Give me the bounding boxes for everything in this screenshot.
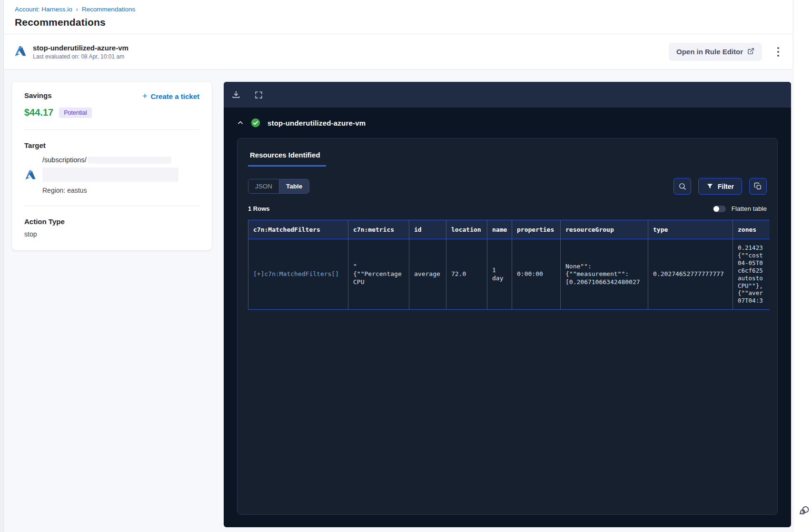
tab-resources-identified[interactable]: Resources Identified <box>248 151 326 167</box>
search-icon[interactable] <box>673 178 691 195</box>
filter-button[interactable]: Filter <box>698 178 742 195</box>
col-header-type: type <box>648 220 733 239</box>
redacted-text <box>42 167 178 182</box>
col-header-properties: properties <box>512 220 561 239</box>
table-header-row: c7n:MatchedFilters c7n:metrics id locati… <box>248 220 770 239</box>
panel-toolbar <box>224 82 791 108</box>
flatten-table-label: Flatten table <box>732 205 767 212</box>
create-ticket-label: Create a ticket <box>150 92 199 100</box>
potential-badge: Potential <box>59 108 92 118</box>
resources-card: Resources Identified JSON Table <box>237 138 778 515</box>
col-header-location: location <box>446 220 487 239</box>
external-link-icon <box>747 48 754 56</box>
disclosure-row: stop-underutilized-azure-vm <box>237 108 778 138</box>
page-header: Account: Harness.io › Recommendations Re… <box>4 0 792 34</box>
savings-label: Savings <box>24 91 52 99</box>
results-table-wrap[interactable]: c7n:MatchedFilters c7n:metrics id locati… <box>248 220 770 310</box>
cell-properties: 0:00:00 <box>512 239 561 310</box>
cell-matched-filters-expander[interactable]: [+]c7n:MatchedFilters[] <box>248 239 348 310</box>
body-area: Savings + Create a ticket $44.17 Potenti… <box>4 69 792 527</box>
cell-zones: 0.21423 {""cost 04-05T0 c6cf625 autosto … <box>733 239 770 310</box>
flatten-table-toggle[interactable] <box>713 206 726 212</box>
azure-logo-icon <box>24 168 37 183</box>
col-header-name: name <box>487 220 512 239</box>
chat-bubble-icon[interactable] <box>797 504 809 519</box>
target-path: /subscriptions/ <box>42 156 87 164</box>
last-evaluated-text: Last evaluated on: 08 Apr, 10:01 am <box>33 53 129 60</box>
filter-icon <box>706 183 713 190</box>
right-rail <box>793 0 812 532</box>
recommendation-name: stop-underutilized-azure-vm <box>33 44 129 52</box>
header-actions: Open in Rule Editor <box>669 43 782 61</box>
azure-logo-icon <box>14 44 27 59</box>
redacted-text <box>88 157 171 164</box>
target-block: /subscriptions/ Region: eastus <box>24 156 199 194</box>
filter-label: Filter <box>718 183 734 190</box>
cell-name: 1 day <box>487 239 512 310</box>
cell-id: average <box>409 239 446 310</box>
results-table: c7n:MatchedFilters c7n:metrics id locati… <box>248 220 770 310</box>
download-icon[interactable] <box>231 90 241 99</box>
divider <box>24 206 199 206</box>
cell-type: 0.20274652777777777 <box>648 239 733 310</box>
col-header-resource-group: resourceGroup <box>561 220 648 239</box>
fullscreen-icon[interactable] <box>254 90 263 99</box>
open-rule-editor-label: Open in Rule Editor <box>676 48 743 56</box>
copy-icon[interactable] <box>749 178 767 195</box>
table-controls: JSON Table <box>248 178 767 195</box>
rows-info-bar: 1 Rows Flatten table <box>248 205 767 212</box>
rows-count: 1 Rows <box>248 205 270 212</box>
target-label: Target <box>24 141 199 149</box>
recommendation-identity: stop-underutilized-azure-vm Last evaluat… <box>14 44 129 60</box>
view-toggle-json[interactable]: JSON <box>248 179 279 193</box>
kebab-menu-icon[interactable] <box>774 45 782 59</box>
plus-icon: + <box>142 91 148 101</box>
savings-amount: $44.17 <box>24 107 53 118</box>
breadcrumb-recommendations-link[interactable]: Recommendations <box>82 6 136 13</box>
main-content: Account: Harness.io › Recommendations Re… <box>4 0 792 532</box>
action-type-value: stop <box>24 230 199 238</box>
create-ticket-button[interactable]: + Create a ticket <box>142 91 199 101</box>
view-toggle: JSON Table <box>248 179 309 194</box>
breadcrumb-account-link[interactable]: Account: Harness.io <box>15 6 72 13</box>
panel-body: stop-underutilized-azure-vm Resources Id… <box>224 108 791 527</box>
results-panel: stop-underutilized-azure-vm Resources Id… <box>224 82 791 527</box>
col-header-zones: zones <box>733 220 770 239</box>
recommendation-header: stop-underutilized-azure-vm Last evaluat… <box>4 34 792 69</box>
target-region: Region: eastus <box>42 187 199 194</box>
collapsed-left-rail <box>0 0 4 532</box>
col-header-metrics: c7n:metrics <box>348 220 409 239</box>
chevron-up-icon[interactable] <box>237 119 244 126</box>
open-rule-editor-button[interactable]: Open in Rule Editor <box>669 43 762 61</box>
breadcrumb-separator: › <box>76 6 78 13</box>
recommendation-title-block: stop-underutilized-azure-vm Last evaluat… <box>33 44 129 60</box>
col-header-matched-filters: c7n:MatchedFilters <box>248 220 348 239</box>
view-toggle-table[interactable]: Table <box>279 179 309 193</box>
table-action-buttons: Filter <box>673 178 767 195</box>
cell-metrics: " {""Percentage CPU <box>348 239 409 310</box>
table-row: [+]c7n:MatchedFilters[] " {""Percentage … <box>248 239 770 310</box>
page-title: Recommendations <box>15 17 782 28</box>
flatten-table-control: Flatten table <box>713 205 767 212</box>
details-card: Savings + Create a ticket $44.17 Potenti… <box>12 82 212 250</box>
action-type-label: Action Type <box>24 217 199 226</box>
panel-recommendation-name: stop-underutilized-azure-vm <box>267 119 366 127</box>
cell-location: 72.0 <box>446 239 487 310</box>
col-header-id: id <box>409 220 446 239</box>
check-circle-icon <box>251 118 260 128</box>
divider <box>24 129 199 130</box>
cell-resource-group: None"": {""measurement"": [0.20671066342… <box>561 239 648 310</box>
breadcrumb: Account: Harness.io › Recommendations <box>15 6 782 13</box>
